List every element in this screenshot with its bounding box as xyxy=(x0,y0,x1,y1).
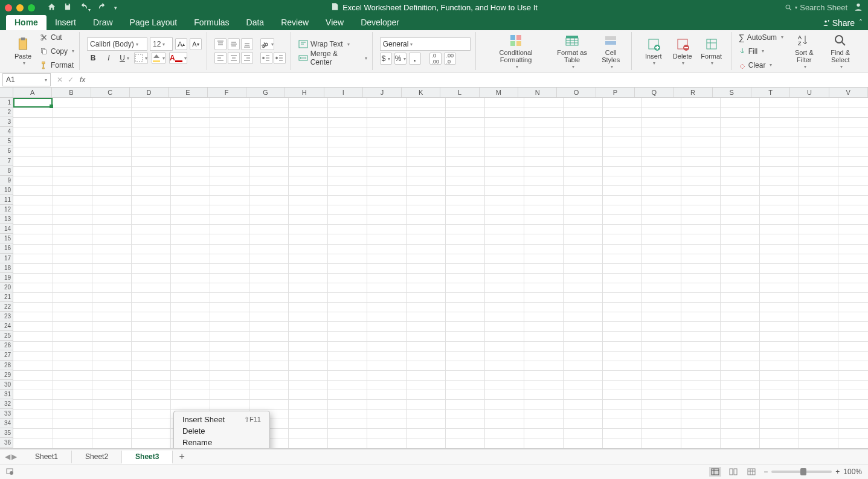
menu-item-insert-sheet[interactable]: Insert Sheet⇧F11 xyxy=(174,414,269,425)
row-header[interactable]: 7 xyxy=(0,156,13,166)
increase-indent-button[interactable] xyxy=(274,52,286,64)
number-format-select[interactable]: General xyxy=(380,37,471,51)
row-header[interactable]: 25 xyxy=(0,331,13,341)
column-header[interactable]: F xyxy=(208,88,246,97)
column-header[interactable]: B xyxy=(52,88,91,97)
ribbon-tab-view[interactable]: View xyxy=(317,15,352,30)
column-header[interactable]: K xyxy=(402,88,440,97)
merge-center-button[interactable]: Merge & Center xyxy=(298,52,367,64)
row-header[interactable]: 16 xyxy=(0,243,13,253)
menu-item-delete[interactable]: Delete xyxy=(174,425,269,437)
maximize-window-icon[interactable] xyxy=(28,4,35,11)
format-as-table-button[interactable]: Format as Table xyxy=(548,33,595,70)
align-bottom-button[interactable] xyxy=(241,38,253,50)
row-header[interactable]: 6 xyxy=(0,146,13,156)
format-painter-button[interactable]: Format xyxy=(40,59,74,71)
row-header[interactable]: 9 xyxy=(0,176,13,185)
font-name-select[interactable]: Calibri (Body) xyxy=(87,37,147,51)
cancel-icon[interactable]: ✕ xyxy=(57,76,63,84)
column-header[interactable]: V xyxy=(829,88,868,97)
row-header[interactable]: 11 xyxy=(0,195,13,205)
collapse-ribbon-icon[interactable]: ˆ xyxy=(860,19,862,27)
enter-icon[interactable]: ✓ xyxy=(68,76,74,84)
ribbon-tab-draw[interactable]: Draw xyxy=(85,15,121,30)
undo-icon[interactable]: ▾ xyxy=(79,2,91,13)
column-header[interactable]: D xyxy=(130,88,169,97)
underline-button[interactable]: U xyxy=(118,52,130,64)
cell-styles-button[interactable]: Cell Styles xyxy=(596,33,626,70)
increase-font-button[interactable]: A▴ xyxy=(175,38,187,50)
share-button[interactable]: Share xyxy=(821,18,855,28)
decrease-indent-button[interactable] xyxy=(260,52,272,64)
column-header[interactable]: A xyxy=(13,88,52,97)
row-header[interactable]: 3 xyxy=(0,117,13,127)
home-icon[interactable] xyxy=(47,2,56,13)
column-header[interactable]: T xyxy=(751,88,790,97)
sheet-tab-sheet1[interactable]: Sheet1 xyxy=(22,451,72,463)
row-header[interactable]: 32 xyxy=(0,399,13,409)
zoom-level[interactable]: 100% xyxy=(843,468,862,476)
column-header[interactable]: H xyxy=(285,88,324,97)
row-header[interactable]: 29 xyxy=(0,370,13,380)
autosum-button[interactable]: ∑AutoSum xyxy=(739,31,783,43)
column-header[interactable]: M xyxy=(480,88,518,97)
row-header[interactable]: 19 xyxy=(0,273,13,283)
minimize-window-icon[interactable] xyxy=(16,4,24,11)
row-header[interactable]: 2 xyxy=(0,108,13,117)
decrease-font-button[interactable]: A▾ xyxy=(190,38,202,50)
column-header[interactable]: U xyxy=(790,88,829,97)
row-header[interactable]: 21 xyxy=(0,292,13,302)
name-box[interactable]: A1▾ xyxy=(2,73,51,86)
cut-button[interactable]: Cut xyxy=(40,31,74,43)
ribbon-tab-developer[interactable]: Developer xyxy=(352,15,408,30)
ribbon-tab-home[interactable]: Home xyxy=(6,15,47,30)
column-header[interactable]: I xyxy=(324,88,363,97)
qat-customize-icon[interactable]: ▾ xyxy=(114,5,117,11)
copy-button[interactable]: Copy xyxy=(40,45,74,57)
row-header[interactable]: 24 xyxy=(0,321,13,331)
column-header[interactable]: P xyxy=(596,88,635,97)
row-header[interactable]: 5 xyxy=(0,137,13,146)
fx-icon[interactable]: fx xyxy=(80,76,85,84)
fill-button[interactable]: Fill xyxy=(739,45,783,57)
page-break-view-icon[interactable] xyxy=(745,467,757,477)
row-header[interactable]: 28 xyxy=(0,361,13,370)
ribbon-tab-insert[interactable]: Insert xyxy=(47,15,85,30)
sheet-nav-prev-icon[interactable]: ◀ xyxy=(5,452,10,461)
selected-cell[interactable] xyxy=(13,98,53,108)
align-top-button[interactable] xyxy=(214,38,227,50)
row-header[interactable]: 4 xyxy=(0,127,13,137)
page-layout-view-icon[interactable] xyxy=(727,467,739,477)
delete-cells-button[interactable]: Delete xyxy=(668,33,697,70)
row-header[interactable]: 20 xyxy=(0,283,13,292)
zoom-out-button[interactable]: − xyxy=(764,468,768,476)
zoom-in-button[interactable]: + xyxy=(835,468,840,476)
increase-decimal-button[interactable]: .0.00 xyxy=(429,53,442,65)
close-window-icon[interactable] xyxy=(5,4,12,11)
column-header[interactable]: E xyxy=(169,88,207,97)
font-size-select[interactable]: 12 xyxy=(150,37,173,51)
paste-button[interactable]: Paste xyxy=(8,33,37,70)
user-icon[interactable] xyxy=(854,2,863,13)
align-right-button[interactable] xyxy=(241,52,253,64)
percent-button[interactable]: % xyxy=(394,53,407,65)
column-header[interactable]: R xyxy=(674,88,712,97)
ribbon-tab-data[interactable]: Data xyxy=(238,15,273,30)
row-header[interactable]: 17 xyxy=(0,254,13,263)
select-all-corner[interactable] xyxy=(0,88,13,98)
column-header[interactable]: S xyxy=(713,88,751,97)
column-header[interactable]: L xyxy=(440,88,479,97)
row-header[interactable]: 12 xyxy=(0,205,13,214)
clear-button[interactable]: Clear xyxy=(739,59,783,71)
comma-button[interactable]: , xyxy=(409,53,421,65)
macro-record-icon[interactable] xyxy=(6,467,14,477)
worksheet-grid[interactable]: ABCDEFGHIJKLMNOPQRSTUV 12345678910111213… xyxy=(0,88,868,449)
search-sheet[interactable]: ▾ Search Sheet xyxy=(785,3,847,12)
row-header[interactable]: 31 xyxy=(0,390,13,399)
column-header[interactable]: C xyxy=(91,88,130,97)
row-header[interactable]: 26 xyxy=(0,341,13,350)
orientation-button[interactable]: ab xyxy=(260,38,274,50)
formula-input[interactable] xyxy=(89,72,868,87)
wrap-text-button[interactable]: Wrap Text xyxy=(298,38,367,50)
row-header[interactable]: 15 xyxy=(0,234,13,243)
